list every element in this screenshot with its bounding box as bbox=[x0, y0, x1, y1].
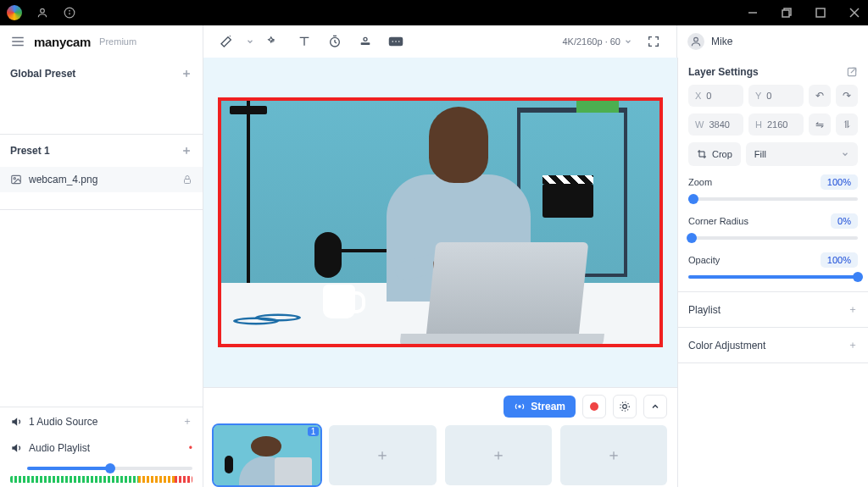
add-global-preset-icon[interactable]: ＋ bbox=[181, 66, 192, 81]
layer-item[interactable]: webcam_4.png bbox=[0, 167, 203, 192]
wand-icon[interactable] bbox=[214, 30, 239, 53]
lock-icon[interactable] bbox=[182, 174, 192, 185]
svg-point-18 bbox=[398, 41, 400, 42]
svg-rect-6 bbox=[816, 8, 825, 17]
fullscreen-icon[interactable] bbox=[641, 30, 666, 53]
svg-point-0 bbox=[41, 8, 45, 13]
opacity-slider[interactable] bbox=[688, 271, 858, 283]
scene-slot-2[interactable]: ＋ bbox=[329, 425, 436, 485]
y-input[interactable] bbox=[766, 91, 797, 101]
preview-canvas[interactable] bbox=[218, 97, 663, 347]
svg-point-25 bbox=[620, 402, 630, 412]
crop-label: Crop bbox=[712, 149, 732, 159]
scene-slot-4[interactable]: ＋ bbox=[560, 425, 667, 485]
window-close-icon[interactable] bbox=[848, 6, 861, 19]
lower-third-icon[interactable] bbox=[353, 30, 378, 53]
corner-value: 0% bbox=[831, 213, 858, 229]
playlist-section[interactable]: Playlist ＋ bbox=[678, 292, 868, 328]
timer-icon[interactable] bbox=[322, 30, 348, 53]
image-icon bbox=[10, 174, 22, 185]
crop-button[interactable]: Crop bbox=[688, 142, 741, 166]
audio-icon bbox=[10, 416, 22, 428]
add-audio-source-icon[interactable]: ＋ bbox=[182, 414, 192, 429]
preset-name: Preset 1 bbox=[10, 145, 50, 157]
add-layer-icon[interactable]: ＋ bbox=[181, 143, 192, 158]
svg-point-16 bbox=[392, 41, 394, 42]
zoom-value: 100% bbox=[821, 174, 858, 190]
global-preset-label: Global Preset bbox=[10, 68, 75, 80]
svg-rect-22 bbox=[185, 180, 191, 184]
window-maximize-icon[interactable] bbox=[814, 6, 827, 19]
color-adjustment-section[interactable]: Color Adjustment ＋ bbox=[678, 328, 868, 363]
opacity-value: 100% bbox=[821, 252, 858, 268]
zoom-slider[interactable] bbox=[688, 193, 858, 205]
window-restore-icon[interactable] bbox=[780, 6, 793, 19]
volume-slider[interactable] bbox=[27, 462, 192, 474]
help-icon[interactable] bbox=[63, 6, 76, 19]
avatar-icon[interactable] bbox=[687, 33, 704, 50]
svg-point-3 bbox=[70, 10, 70, 11]
user-name: Mike bbox=[711, 36, 732, 47]
fill-label: Fill bbox=[754, 149, 766, 159]
app-logo-icon bbox=[7, 5, 22, 20]
text-icon[interactable] bbox=[292, 30, 317, 53]
snapshot-button[interactable] bbox=[613, 395, 637, 418]
svg-point-21 bbox=[14, 178, 15, 180]
brand-name: manycam bbox=[34, 35, 91, 49]
window-minimize-icon[interactable] bbox=[746, 6, 760, 19]
svg-point-14 bbox=[364, 37, 367, 41]
playlist-indicator-icon: • bbox=[189, 442, 192, 454]
resolution-label: 4K/2160p · 60 bbox=[562, 36, 620, 47]
audio-sources-label: 1 Audio Source bbox=[29, 416, 97, 428]
h-input[interactable] bbox=[767, 119, 797, 130]
layer-name: webcam_4.png bbox=[29, 174, 97, 185]
flip-h-icon[interactable]: ⇋ bbox=[809, 113, 831, 136]
x-input[interactable] bbox=[706, 91, 737, 101]
flip-v-icon[interactable]: ⥮ bbox=[836, 113, 858, 136]
fill-select[interactable]: Fill bbox=[746, 142, 858, 166]
color-adj-label: Color Adjustment bbox=[688, 340, 765, 351]
corner-label: Corner Radius bbox=[688, 216, 748, 226]
record-button[interactable] bbox=[582, 395, 606, 418]
svg-point-19 bbox=[694, 37, 698, 42]
zoom-label: Zoom bbox=[688, 177, 712, 187]
stream-button[interactable]: Stream bbox=[504, 396, 576, 418]
chevron-down-icon[interactable] bbox=[244, 30, 256, 53]
undo-icon[interactable]: ↶ bbox=[809, 85, 831, 107]
svg-rect-5 bbox=[782, 10, 789, 17]
menu-icon[interactable] bbox=[10, 34, 25, 49]
svg-rect-13 bbox=[361, 42, 370, 45]
audio-icon bbox=[10, 442, 22, 454]
svg-point-17 bbox=[395, 41, 397, 42]
resolution-select[interactable]: 4K/2160p · 60 bbox=[559, 36, 636, 47]
blur-icon[interactable] bbox=[383, 30, 409, 53]
opacity-label: Opacity bbox=[688, 255, 720, 265]
w-input[interactable] bbox=[709, 119, 737, 130]
redo-icon[interactable]: ↷ bbox=[836, 85, 858, 107]
svg-point-24 bbox=[623, 405, 627, 409]
layer-settings-label: Layer Settings bbox=[688, 66, 759, 78]
audio-meter bbox=[10, 476, 192, 483]
corner-slider[interactable] bbox=[688, 232, 858, 244]
scene-slot-3[interactable]: ＋ bbox=[445, 425, 552, 485]
svg-point-23 bbox=[519, 405, 522, 408]
popout-icon[interactable] bbox=[846, 66, 858, 78]
scene-slot-1[interactable]: 1 1 bbox=[214, 425, 320, 485]
effects-icon[interactable] bbox=[261, 30, 287, 53]
audio-playlist-label: Audio Playlist bbox=[29, 442, 90, 454]
profile-icon[interactable] bbox=[36, 6, 49, 19]
brand-tier: Premium bbox=[99, 36, 136, 47]
playlist-label: Playlist bbox=[688, 304, 721, 316]
collapse-scenes-button[interactable] bbox=[643, 395, 667, 418]
stream-label: Stream bbox=[531, 401, 565, 412]
